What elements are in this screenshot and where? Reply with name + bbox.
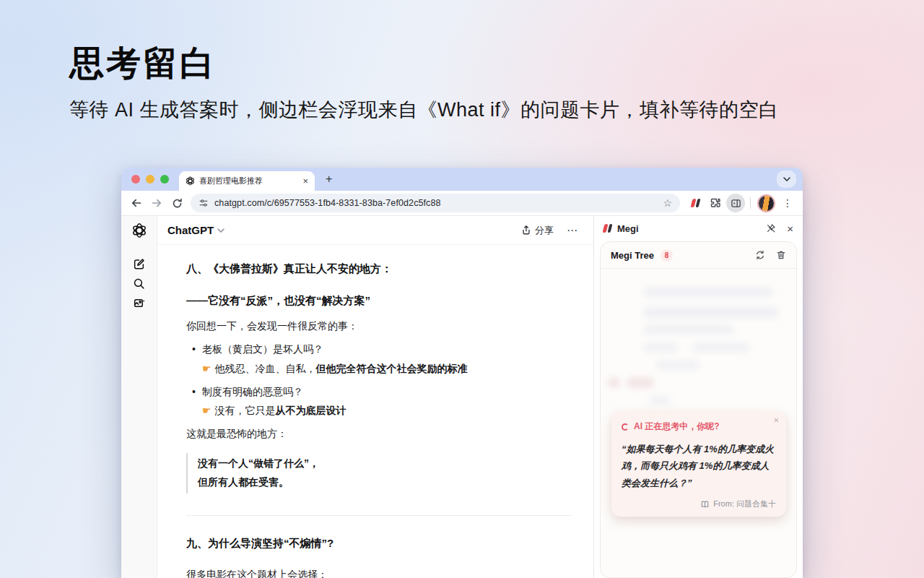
quote-line: 但所有人都在受害。: [198, 476, 289, 488]
tab-title: 喜剧哲理电影推荐: [199, 176, 298, 186]
tab-strip: 喜剧哲理电影推荐 × +: [121, 168, 803, 191]
section-subheading-8: ——它没有“反派”，也没有“解决方案”: [186, 292, 572, 309]
chatgpt-sidebar: [121, 216, 157, 578]
page-subtitle: 等待 AI 生成答案时，侧边栏会浮现来自《What if》的问题卡片，填补等待的…: [69, 97, 779, 123]
megi-extension-icon[interactable]: [686, 194, 705, 212]
chat-main: ChatGPT 分享 ⋯ 八、《大佛普拉斯》真正让人不安的地: [157, 216, 593, 578]
pointer-icon: ☛: [202, 405, 212, 416]
side-panel-toggle-button[interactable]: [726, 194, 745, 212]
answer-bold: 但他完全符合这个社会奖励的标准: [316, 363, 468, 374]
megi-logo-icon: [603, 224, 613, 233]
answer-text: 他残忍、冷血、自私，: [215, 363, 316, 374]
bookmark-star-icon[interactable]: ☆: [663, 197, 672, 209]
share-icon: [521, 225, 531, 236]
chat-header: ChatGPT 分享 ⋯: [157, 216, 593, 245]
new-chat-icon[interactable]: [128, 254, 150, 274]
paragraph: 这就是最恐怖的地方：: [186, 426, 572, 441]
megi-side-panel: Megi × Megi Tree 8: [593, 216, 803, 578]
page-title: 思考留白: [69, 40, 217, 87]
refresh-icon[interactable]: [755, 250, 765, 260]
share-button[interactable]: 分享: [521, 224, 554, 237]
close-panel-icon[interactable]: ×: [787, 223, 793, 234]
megi-tree-title: Megi Tree: [611, 250, 654, 261]
question-list: 老板（黄启文）是坏人吗？ ☛他残忍、冷血、自私，但他完全符合这个社会奖励的标准 …: [186, 341, 572, 418]
tab-close-icon[interactable]: ×: [302, 176, 308, 186]
answer-text: 没有，它只是: [215, 405, 276, 416]
forward-button[interactable]: [147, 194, 166, 212]
card-source-text: From: 问题合集十: [713, 499, 776, 509]
back-button[interactable]: [127, 194, 146, 212]
close-window-button[interactable]: [131, 175, 140, 184]
model-label: ChatGPT: [167, 224, 214, 236]
unpin-icon[interactable]: [766, 223, 776, 233]
search-icon[interactable]: [128, 274, 150, 293]
minimize-window-button[interactable]: [146, 175, 154, 184]
toolbar-separator: [750, 197, 751, 209]
count-badge: 8: [661, 249, 673, 262]
conversation-more-button[interactable]: ⋯: [567, 224, 578, 237]
new-tab-button[interactable]: +: [326, 173, 332, 186]
profile-avatar[interactable]: [759, 196, 774, 211]
thinking-spinner-icon: [622, 423, 629, 431]
answer-bold: 从不为底层设计: [276, 405, 346, 416]
card-status-text: AI 正在思考中，你呢?: [634, 420, 720, 433]
book-icon: [700, 500, 710, 509]
list-item: 制度有明确的恶意吗？: [202, 384, 572, 400]
chatgpt-page: ChatGPT 分享 ⋯ 八、《大佛普拉斯》真正让人不安的地: [121, 216, 593, 578]
url-text: chatgpt.com/c/69577553-1fb4-8331-83ba-7e…: [214, 198, 657, 208]
card-question-text: “如果每天每个人有 1%的几率变成火鸡，而每只火鸡有 1%的几率变成人类会发生什…: [622, 441, 776, 491]
divider: [186, 515, 572, 516]
quote-line: 没有一个人“做错了什么”，: [198, 457, 319, 469]
share-label: 分享: [535, 224, 554, 237]
tab-search-button[interactable]: [777, 171, 796, 188]
browser-toolbar: chatgpt.com/c/69577553-1fb4-8331-83ba-7e…: [121, 191, 803, 215]
megi-tree-header: Megi Tree 8: [601, 242, 796, 269]
extensions-puzzle-icon[interactable]: [706, 194, 725, 212]
chevron-down-icon: [783, 177, 790, 181]
card-source-row: From: 问题合集十: [622, 499, 776, 509]
reload-button[interactable]: [167, 194, 186, 212]
section-heading-9: 九、为什么导演坚持“不煽情”?: [186, 535, 572, 552]
chevron-down-icon: [217, 228, 225, 233]
megi-header: Megi ×: [594, 216, 803, 241]
paragraph: 你回想一下，会发现一件很反常的事：: [186, 318, 572, 334]
list-item: 老板（黄启文）是坏人吗？: [202, 341, 572, 357]
megi-app-name: Megi: [617, 223, 639, 234]
card-status-row: AI 正在思考中，你呢?: [622, 420, 776, 433]
library-icon[interactable]: [128, 293, 150, 313]
zoom-window-button[interactable]: [160, 175, 169, 184]
list-answer: ☛他残忍、冷血、自私，但他完全符合这个社会奖励的标准: [202, 361, 572, 376]
whatif-question-card[interactable]: × AI 正在思考中，你呢? “如果每天每个人有 1%的几率变成火鸡，而每只火鸡…: [611, 411, 786, 517]
browser-menu-button[interactable]: ⋮: [778, 194, 797, 212]
section-heading-8: 八、《大佛普拉斯》真正让人不安的地方：: [186, 260, 572, 277]
chatgpt-favicon-icon: [186, 176, 195, 186]
window-controls: [131, 175, 169, 184]
chatgpt-logo-icon: [131, 223, 147, 238]
card-close-icon[interactable]: ×: [773, 415, 779, 426]
chat-message-content: 八、《大佛普拉斯》真正让人不安的地方： ——它没有“反派”，也没有“解决方案” …: [157, 245, 593, 578]
browser-tab[interactable]: 喜剧哲理电影推荐 ×: [179, 171, 315, 191]
pointer-icon: ☛: [202, 363, 212, 374]
list-answer: ☛没有，它只是从不为底层设计: [202, 402, 572, 418]
megi-tree-panel: Megi Tree 8: [600, 241, 797, 578]
blockquote: 没有一个人“做错了什么”， 但所有人都在受害。: [186, 453, 572, 493]
paragraph: 很多电影在这个题材上会选择：: [186, 566, 572, 578]
browser-window: 喜剧哲理电影推荐 × + chatgpt.com/c/69577553-1fb4…: [121, 168, 803, 578]
model-selector[interactable]: ChatGPT: [167, 224, 225, 236]
trash-icon[interactable]: [776, 250, 786, 260]
site-settings-icon[interactable]: [199, 198, 209, 208]
url-bar[interactable]: chatgpt.com/c/69577553-1fb4-8331-83ba-7e…: [191, 194, 680, 212]
